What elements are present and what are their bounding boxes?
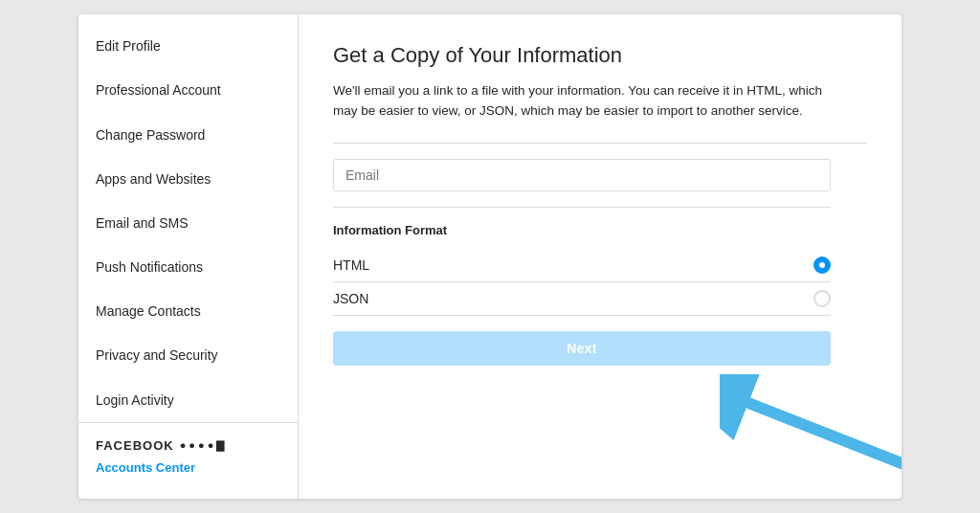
instagram-icon: ●	[189, 439, 195, 452]
svg-line-1	[748, 403, 902, 465]
sidebar: Edit Profile Professional Account Change…	[78, 14, 299, 499]
sidebar-item-manage-contacts[interactable]: Manage Contacts	[78, 289, 298, 333]
sidebar-item-login-activity[interactable]: Login Activity	[78, 378, 298, 422]
next-button[interactable]: Next	[333, 331, 831, 366]
radio-button-html[interactable]	[813, 256, 831, 274]
whatsapp-icon: ●	[208, 439, 214, 452]
oculus-icon: ▇	[216, 439, 224, 452]
radio-option-html[interactable]: HTML	[333, 249, 831, 282]
brand-name: FACEBOOK	[96, 438, 174, 453]
sidebar-item-professional-account[interactable]: Professional Account	[78, 68, 298, 112]
radio-label-json: JSON	[333, 291, 368, 306]
sidebar-item-edit-profile[interactable]: Edit Profile	[78, 24, 298, 68]
main-content: Get a Copy of Your Information We'll ema…	[299, 14, 902, 499]
arrow-svg	[720, 374, 902, 470]
divider-top	[333, 143, 867, 144]
radio-option-json[interactable]: JSON	[333, 282, 831, 316]
sidebar-item-change-password[interactable]: Change Password	[78, 113, 298, 157]
accounts-center-link[interactable]: Accounts Center	[96, 460, 195, 475]
facebook-icon: ●	[180, 439, 187, 452]
arrow-annotation	[720, 374, 902, 470]
brand-icons: ● ● ● ● ▇	[180, 439, 225, 452]
sidebar-footer: FACEBOOK ● ● ● ● ▇ Accounts Center	[78, 422, 298, 489]
sidebar-item-privacy-and-security[interactable]: Privacy and Security	[78, 333, 298, 377]
page-title: Get a Copy of Your Information	[333, 43, 867, 68]
divider-middle	[333, 207, 831, 208]
format-label: Information Format	[333, 223, 867, 237]
radio-button-json[interactable]	[813, 290, 831, 307]
sidebar-item-apps-and-websites[interactable]: Apps and Websites	[78, 157, 298, 201]
radio-label-html: HTML	[333, 257, 369, 273]
page-wrapper: Edit Profile Professional Account Change…	[0, 0, 980, 513]
settings-card: Edit Profile Professional Account Change…	[78, 14, 902, 499]
page-description: We'll email you a link to a file with yo…	[333, 81, 831, 122]
sidebar-item-push-notifications[interactable]: Push Notifications	[78, 245, 298, 289]
brand-row: FACEBOOK ● ● ● ● ▇	[96, 438, 280, 453]
email-input[interactable]	[333, 159, 831, 191]
messenger-icon: ●	[198, 439, 205, 452]
sidebar-item-email-and-sms[interactable]: Email and SMS	[78, 201, 298, 245]
